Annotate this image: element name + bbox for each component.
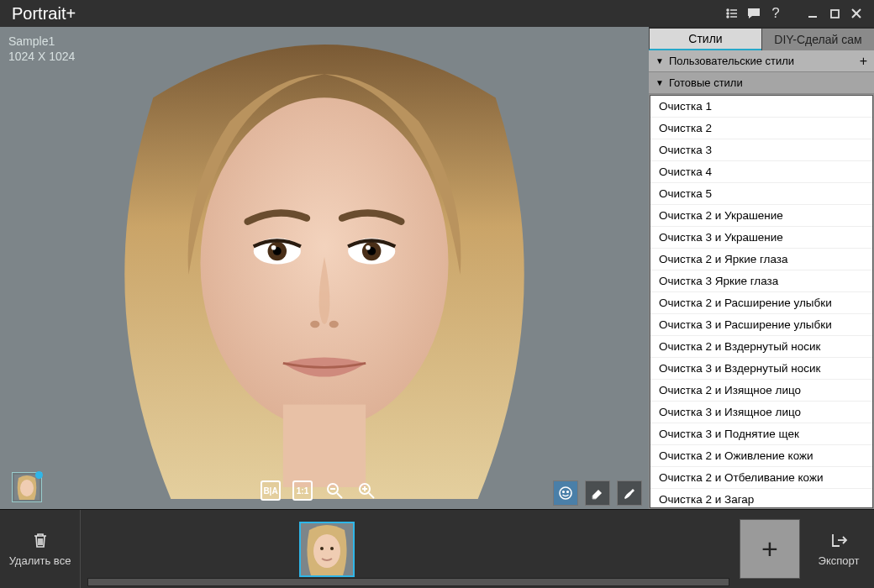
preset-item[interactable]: Очистка 3 Яркие глаза xyxy=(650,270,872,292)
titlebar: Portrait+ ? xyxy=(0,0,874,27)
preset-item[interactable]: Очистка 5 xyxy=(650,183,872,205)
badge-dot xyxy=(35,471,43,479)
preset-item[interactable]: Очистка 2 и Оживление кожи xyxy=(650,445,872,467)
chevron-down-icon: ▼ xyxy=(656,56,664,66)
filmstrip-thumb[interactable] xyxy=(299,522,355,577)
export-icon xyxy=(829,531,848,549)
export-button[interactable]: Экспорт xyxy=(803,510,874,588)
export-label: Экспорт xyxy=(819,554,860,567)
side-tabs: Стили DIY-Сделай сам xyxy=(649,29,874,50)
preset-item[interactable]: Очистка 2 и Яркие глаза xyxy=(650,249,872,270)
zoom-in-icon[interactable] xyxy=(356,480,376,501)
section-user-styles[interactable]: ▼ Пользовательские стили + xyxy=(649,50,874,72)
svg-point-19 xyxy=(271,245,276,250)
preset-item[interactable]: Очистка 3 и Расширение улыбки xyxy=(650,314,872,336)
svg-point-21 xyxy=(310,321,319,328)
chat-icon[interactable] xyxy=(743,3,765,24)
tab-styles[interactable]: Стили xyxy=(649,29,761,50)
tab-diy[interactable]: DIY-Сделай сам xyxy=(761,29,874,50)
preset-item[interactable]: Очистка 2 и Расширение улыбки xyxy=(650,292,872,314)
svg-point-22 xyxy=(329,321,339,328)
section-ready-label: Готовые стили xyxy=(669,76,743,89)
chevron-down-icon: ▼ xyxy=(656,78,664,87)
main-area: Sample1 1024 X 1024 xyxy=(0,27,874,509)
side-panel: Стили DIY-Сделай сам ▼ Пользовательские … xyxy=(649,27,874,509)
minimize-button[interactable] xyxy=(802,3,824,24)
face-thumb[interactable] xyxy=(12,472,42,502)
svg-point-42 xyxy=(330,547,334,550)
svg-point-25 xyxy=(20,480,34,496)
preset-item[interactable]: Очистка 1 xyxy=(650,96,872,118)
preset-item[interactable]: Очистка 3 и Украшение xyxy=(650,227,872,249)
sample-name: Sample1 xyxy=(8,34,75,49)
preset-item[interactable]: Очистка 2 и Изящное лицо xyxy=(650,380,872,402)
svg-point-4 xyxy=(727,16,729,18)
close-button[interactable] xyxy=(845,3,867,24)
svg-point-40 xyxy=(313,534,340,568)
brush-tool-icon[interactable] xyxy=(617,480,642,506)
filmstrip[interactable] xyxy=(81,510,736,588)
image-stage[interactable] xyxy=(88,27,561,499)
preset-item[interactable]: Очистка 2 и Вздернутый носик xyxy=(650,336,872,358)
filmstrip-scrollbar[interactable] xyxy=(87,578,729,586)
svg-point-2 xyxy=(727,13,729,14)
section-user-label: Пользовательские стили xyxy=(669,55,794,67)
preset-item[interactable]: Очистка 3 и Поднятие щек xyxy=(650,423,872,445)
trash-icon xyxy=(31,531,50,549)
list-icon[interactable] xyxy=(721,3,743,24)
preset-list[interactable]: Очистка 1Очистка 2Очистка 3Очистка 4Очис… xyxy=(650,95,873,508)
preset-item[interactable]: Очистка 2 и Отбеливание кожи xyxy=(650,467,872,489)
svg-line-27 xyxy=(337,493,342,498)
preset-item[interactable]: Очистка 3 и Вздернутый носик xyxy=(650,358,872,380)
sample-dims: 1024 X 1024 xyxy=(8,49,75,64)
zoom-out-icon[interactable] xyxy=(324,480,345,501)
eraser-tool-icon[interactable] xyxy=(585,480,610,506)
preset-item[interactable]: Очистка 3 и Изящное лицо xyxy=(650,402,872,423)
add-image-button[interactable]: + xyxy=(740,519,800,579)
svg-point-35 xyxy=(567,491,569,493)
svg-point-41 xyxy=(320,547,324,550)
plus-icon: + xyxy=(761,533,778,565)
svg-point-33 xyxy=(560,487,571,499)
delete-all-label: Удалить все xyxy=(9,554,71,567)
preset-item[interactable]: Очистка 2 и Украшение xyxy=(650,205,872,227)
preset-item[interactable]: Очистка 2 xyxy=(650,118,872,139)
svg-point-20 xyxy=(366,245,371,250)
svg-point-0 xyxy=(727,9,729,11)
sample-info: Sample1 1024 X 1024 xyxy=(8,34,75,64)
app-title: Portrait+ xyxy=(12,4,76,24)
viewer-pane: Sample1 1024 X 1024 xyxy=(0,27,649,509)
delete-all-button[interactable]: Удалить все xyxy=(0,510,81,588)
help-icon[interactable]: ? xyxy=(765,3,787,24)
footer: Удалить все + Экспорт xyxy=(0,509,874,588)
maximize-button[interactable] xyxy=(824,3,845,24)
before-after-icon[interactable]: B|A xyxy=(261,480,281,501)
smile-tool-icon[interactable] xyxy=(553,480,578,506)
right-tools xyxy=(553,480,642,506)
section-ready-styles[interactable]: ▼ Готовые стили xyxy=(649,72,874,94)
svg-line-30 xyxy=(369,493,374,498)
preset-item[interactable]: Очистка 4 xyxy=(650,161,872,183)
svg-point-34 xyxy=(563,491,565,493)
add-style-icon[interactable]: + xyxy=(860,54,867,69)
actual-size-icon[interactable]: 1:1 xyxy=(292,480,313,501)
svg-rect-7 xyxy=(831,10,839,18)
preset-item[interactable]: Очистка 2 и Загар xyxy=(650,489,872,508)
preset-item[interactable]: Очистка 3 xyxy=(650,139,872,161)
